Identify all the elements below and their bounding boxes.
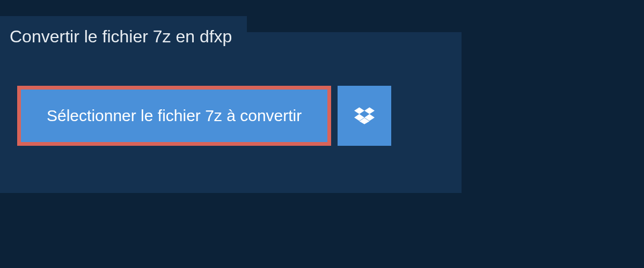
select-file-button[interactable]: Sélectionner le fichier 7z à convertir xyxy=(17,86,331,146)
dropbox-icon xyxy=(354,106,375,126)
dropbox-upload-button[interactable] xyxy=(338,86,391,146)
page-title: Convertir le fichier 7z en dfxp xyxy=(0,16,247,56)
converter-panel: Convertir le fichier 7z en dfxp Sélectio… xyxy=(0,32,462,193)
upload-button-row: Sélectionner le fichier 7z à convertir xyxy=(17,86,391,146)
